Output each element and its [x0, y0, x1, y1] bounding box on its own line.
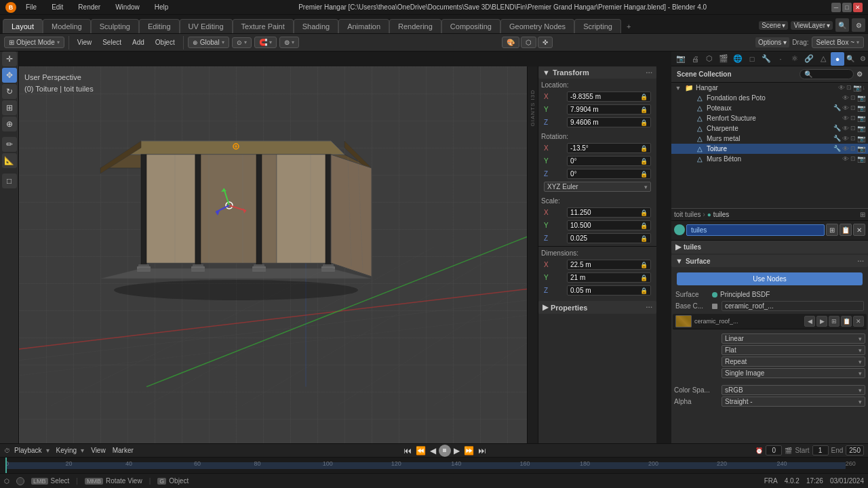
dim-y-lock[interactable]: 🔒: [640, 274, 648, 281]
move-tool[interactable]: ✥: [2, 68, 17, 83]
poteaux-viewport-icon[interactable]: ⊡: [850, 104, 856, 112]
object-mode-selector[interactable]: ⊞ Object Mode ▾: [4, 37, 64, 48]
snap-selector[interactable]: 🧲 ▾: [254, 37, 277, 48]
location-y-lock[interactable]: 🔒: [640, 106, 648, 113]
view-menu[interactable]: View: [73, 37, 96, 47]
renfort-render-icon[interactable]: 📷: [857, 115, 865, 122]
fondation-viewport-icon[interactable]: ⊡: [850, 94, 856, 102]
viewport-gizmo-button[interactable]: ✜: [538, 37, 553, 48]
tab-uv-editing[interactable]: UV Editing: [180, 19, 233, 33]
jump-end-button[interactable]: ⏭: [477, 445, 488, 457]
tab-geometry-nodes[interactable]: Geometry Nodes: [500, 19, 574, 33]
render-menu-item[interactable]: Render: [73, 2, 106, 12]
transform-header[interactable]: ▼ Transform ⋯: [538, 66, 656, 79]
outliner-item-hangar[interactable]: ▼ 📁 Hangar 👁 ⊡ 📷 ↓: [671, 83, 868, 93]
scale-y-lock[interactable]: 🔒: [640, 222, 648, 229]
poteaux-render-icon[interactable]: 📷: [857, 104, 865, 112]
rotation-z-lock[interactable]: 🔒: [640, 171, 648, 178]
modifier-props-icon[interactable]: 🔧: [760, 52, 773, 66]
dim-x-input[interactable]: 22.5 m 🔒: [567, 260, 651, 270]
drag-select-dropdown[interactable]: Select Box ~ ▾: [812, 37, 864, 48]
tab-layout[interactable]: Layout: [3, 19, 43, 33]
physics-props-icon[interactable]: ⚛: [788, 52, 802, 66]
keying-dropdown[interactable]: ▾: [81, 447, 84, 454]
renfort-visible-icon[interactable]: 👁: [842, 115, 849, 122]
play-back-button[interactable]: ◀: [429, 445, 437, 457]
tab-shading[interactable]: Shading: [294, 19, 338, 33]
outliner-filter-button[interactable]: ⚙: [856, 70, 863, 78]
material-name-input[interactable]: tuiles: [686, 224, 825, 236]
material-color-swatch[interactable]: [674, 224, 685, 235]
outliner-item-murs-metal[interactable]: △ Murs metal 🔧 👁 ⊡ 📷: [671, 134, 868, 144]
add-workspace-button[interactable]: +: [621, 20, 636, 33]
help-menu-item[interactable]: Help: [149, 2, 174, 12]
location-z-lock[interactable]: 🔒: [640, 119, 648, 126]
texture-copy-button[interactable]: 📋: [841, 316, 852, 327]
proportional-edit-button[interactable]: ⊚ ▾: [279, 37, 299, 48]
breadcrumb-expand-icon[interactable]: ⊞: [860, 211, 865, 218]
murs-beton-viewport-icon[interactable]: ⊡: [850, 155, 856, 163]
annotate-tool[interactable]: ✏: [2, 137, 17, 152]
hangar-select-icon[interactable]: ↓: [863, 84, 866, 92]
fondation-render-icon[interactable]: 📷: [857, 94, 865, 102]
hangar-3d-object[interactable]: [87, 94, 385, 310]
dim-z-lock[interactable]: 🔒: [640, 287, 648, 294]
texture-next-button[interactable]: ▶: [816, 316, 827, 327]
charpente-visible-icon[interactable]: 👁: [842, 125, 849, 132]
texture-prev-button[interactable]: ◀: [804, 316, 815, 327]
scale-y-input[interactable]: 10.500 🔒: [567, 220, 651, 230]
add-cube-tool[interactable]: □: [2, 174, 17, 188]
step-forward-button[interactable]: ⏩: [462, 445, 475, 457]
window-menu-item[interactable]: Window: [110, 2, 145, 12]
viewport-overlay-button[interactable]: ⬡: [521, 37, 536, 48]
material-unlink-button[interactable]: ✕: [853, 224, 865, 236]
tab-rendering[interactable]: Rendering: [389, 19, 441, 33]
murs-metal-render-icon[interactable]: 📷: [857, 135, 865, 142]
material-copy-button[interactable]: 📋: [840, 224, 852, 236]
poteaux-visible-icon[interactable]: 👁: [842, 104, 849, 112]
render-shading-button[interactable]: 🎨: [502, 37, 519, 48]
scene-selector[interactable]: Scene ▾: [759, 21, 788, 30]
outliner-item-murs-beton[interactable]: △ Murs Béton 👁 ⊡ 📷: [671, 154, 868, 164]
breadcrumb-tuiles[interactable]: tuiles: [713, 211, 729, 218]
murs-beton-render-icon[interactable]: 📷: [857, 155, 865, 163]
view-layer-props-icon[interactable]: ⬡: [703, 52, 716, 66]
measure-tool[interactable]: 📐: [2, 153, 17, 168]
murs-beton-visible-icon[interactable]: 👁: [842, 155, 849, 163]
charpente-render-icon[interactable]: 📷: [857, 125, 865, 132]
outliner-item-charpente[interactable]: △ Charpente 🔧 👁 ⊡ 📷: [671, 123, 868, 134]
tab-compositing[interactable]: Compositing: [441, 19, 500, 33]
rotation-x-input[interactable]: -13.5° 🔒: [567, 143, 651, 153]
keying-menu[interactable]: Keying: [56, 447, 77, 454]
tab-scripting[interactable]: Scripting: [574, 19, 621, 33]
surface-section-header[interactable]: ▼ Surface ⋯: [671, 255, 868, 267]
pivot-selector[interactable]: ⊙ ▾: [232, 37, 252, 48]
current-frame-input[interactable]: 0: [766, 445, 782, 455]
panel-search[interactable]: 🔍: [845, 54, 856, 64]
panel-options[interactable]: ⚙: [857, 54, 868, 64]
playback-dropdown[interactable]: ▾: [46, 447, 50, 454]
cursor-tool[interactable]: ✛: [2, 52, 17, 66]
hangar-viewport-icon[interactable]: ⊡: [846, 84, 852, 92]
hangar-visible-icon[interactable]: 👁: [838, 84, 845, 92]
play-button[interactable]: ▶: [452, 445, 461, 457]
orientation-selector[interactable]: ⊕ Global ▾: [188, 37, 229, 48]
start-frame-input[interactable]: 1: [812, 445, 829, 455]
tab-animation[interactable]: Animation: [338, 19, 389, 33]
texture-unlink-button[interactable]: ✕: [853, 316, 864, 327]
add-menu[interactable]: Add: [128, 37, 149, 47]
base-color-value[interactable]: ceramic_roof_...: [722, 301, 864, 311]
marker-menu[interactable]: Marker: [113, 447, 134, 454]
tab-sculpting[interactable]: Sculpting: [91, 19, 139, 33]
playback-menu[interactable]: Playback: [14, 447, 42, 454]
tab-texture-paint[interactable]: Texture Paint: [233, 19, 294, 33]
step-back-button[interactable]: ⏪: [414, 445, 427, 457]
fondation-visible-icon[interactable]: 👁: [842, 94, 849, 102]
toiture-render-icon[interactable]: 📷: [857, 145, 865, 152]
outliner-item-fondation[interactable]: △ Fondation des Poto 👁 ⊡ 📷: [671, 93, 868, 103]
dim-z-input[interactable]: 0.05 m 🔒: [567, 285, 651, 296]
source-selector[interactable]: Single Image ▾: [722, 368, 865, 378]
end-frame-input[interactable]: 250: [846, 445, 864, 455]
extension-selector[interactable]: Flat ▾: [722, 345, 865, 355]
interpolation-selector[interactable]: Linear ▾: [722, 333, 865, 344]
